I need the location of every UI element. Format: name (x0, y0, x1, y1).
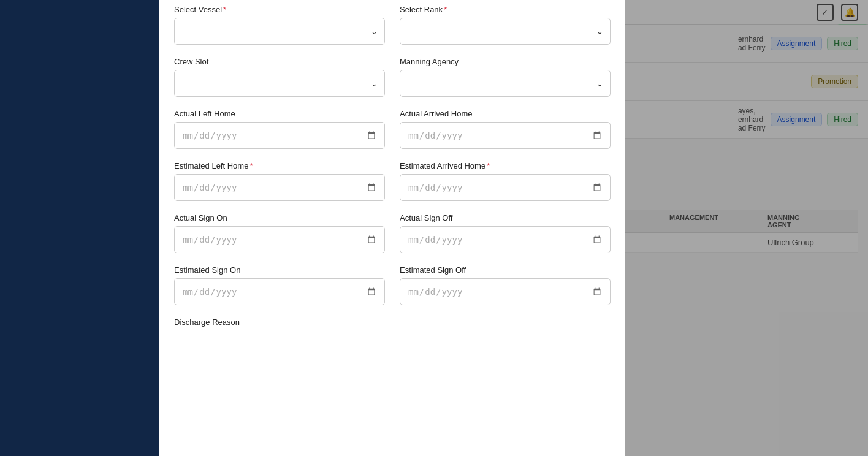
estimated-left-home-input[interactable] (174, 174, 385, 201)
actual-sign-on-wrapper (174, 226, 385, 253)
estimated-home-row: Estimated Left Home* Estimated Arrived H… (174, 161, 611, 201)
discharge-reason-group: Discharge Reason (174, 317, 611, 327)
estimated-left-home-label: Estimated Left Home* (174, 161, 385, 170)
vessel-rank-row: Select Vessel* ⌄ Select Rank* ⌄ (174, 5, 611, 45)
estimated-arrived-home-wrapper (400, 174, 611, 201)
crew-slot-group: Crew Slot ⌄ (174, 57, 385, 97)
actual-arrived-home-input[interactable] (400, 122, 611, 149)
actual-left-home-group: Actual Left Home (174, 109, 385, 149)
estimated-arrived-home-group: Estimated Arrived Home* (400, 161, 611, 201)
vessel-required-star: * (223, 5, 226, 14)
select-rank-group: Select Rank* ⌄ (400, 5, 611, 45)
est-left-required-star: * (249, 161, 253, 170)
actual-sign-off-label: Actual Sign Off (400, 213, 611, 222)
estimated-sign-on-wrapper (174, 278, 385, 305)
actual-left-home-label: Actual Left Home (174, 109, 385, 118)
discharge-reason-row: Discharge Reason (174, 317, 611, 327)
estimated-arrived-home-input[interactable] (400, 174, 611, 201)
actual-arrived-home-label: Actual Arrived Home (400, 109, 611, 118)
manning-agency-label: Manning Agency (400, 57, 611, 66)
actual-sign-row: Actual Sign On Actual Sign Off (174, 213, 611, 253)
manning-agency-group: Manning Agency ⌄ (400, 57, 611, 97)
crew-slot-select-wrapper: ⌄ (174, 70, 385, 97)
estimated-sign-on-input[interactable] (174, 278, 385, 305)
crew-slot-label: Crew Slot (174, 57, 385, 66)
actual-arrived-home-group: Actual Arrived Home (400, 109, 611, 149)
vessel-select[interactable] (174, 18, 385, 45)
rank-select-wrapper: ⌄ (400, 18, 611, 45)
actual-left-home-input[interactable] (174, 122, 385, 149)
modal-dialog: Select Vessel* ⌄ Select Rank* ⌄ C (159, 0, 625, 456)
manning-agency-select[interactable] (400, 70, 611, 97)
crew-slot-select[interactable] (174, 70, 385, 97)
actual-sign-off-input[interactable] (400, 226, 611, 253)
estimated-sign-on-group: Estimated Sign On (174, 265, 385, 305)
actual-left-home-wrapper (174, 122, 385, 149)
rank-required-star: * (444, 5, 447, 14)
estimated-left-home-wrapper (174, 174, 385, 201)
estimated-sign-on-label: Estimated Sign On (174, 265, 385, 275)
actual-sign-off-wrapper (400, 226, 611, 253)
estimated-sign-off-label: Estimated Sign Off (400, 265, 611, 275)
select-vessel-group: Select Vessel* ⌄ (174, 5, 385, 45)
actual-sign-on-label: Actual Sign On (174, 213, 385, 222)
rank-select[interactable] (400, 18, 611, 45)
discharge-reason-label: Discharge Reason (174, 317, 611, 327)
actual-arrived-home-wrapper (400, 122, 611, 149)
actual-sign-off-group: Actual Sign Off (400, 213, 611, 253)
vessel-select-wrapper: ⌄ (174, 18, 385, 45)
manning-agency-select-wrapper: ⌄ (400, 70, 611, 97)
select-rank-label: Select Rank* (400, 5, 611, 14)
estimated-sign-off-wrapper (400, 278, 611, 305)
estimated-left-home-group: Estimated Left Home* (174, 161, 385, 201)
actual-sign-on-input[interactable] (174, 226, 385, 253)
crew-manning-row: Crew Slot ⌄ Manning Agency ⌄ (174, 57, 611, 97)
actual-home-row: Actual Left Home Actual Arrived Home (174, 109, 611, 149)
actual-sign-on-group: Actual Sign On (174, 213, 385, 253)
estimated-arrived-home-label: Estimated Arrived Home* (400, 161, 611, 170)
estimated-sign-off-group: Estimated Sign Off (400, 265, 611, 305)
select-vessel-label: Select Vessel* (174, 5, 385, 14)
estimated-sign-row: Estimated Sign On Estimated Sign Off (174, 265, 611, 305)
est-arrived-required-star: * (487, 161, 490, 170)
estimated-sign-off-input[interactable] (400, 278, 611, 305)
